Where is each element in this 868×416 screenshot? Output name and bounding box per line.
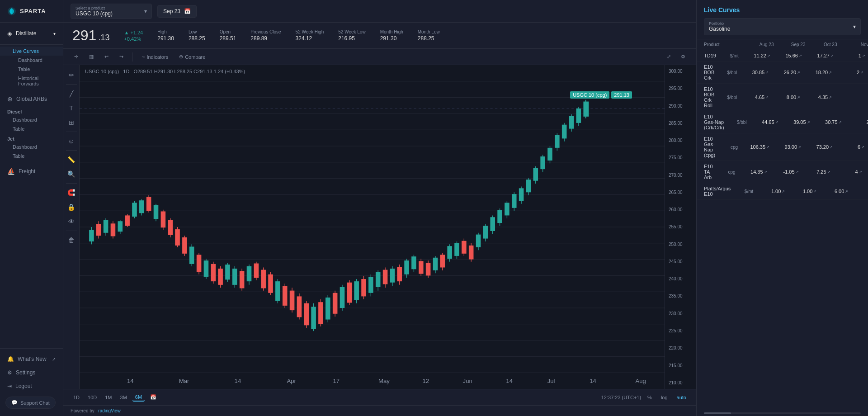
fullscreen-btn[interactable]: ⤢ [663, 52, 675, 61]
header-nov: Nov [837, 42, 868, 47]
ruler-tool-btn[interactable]: 📏 [65, 153, 78, 166]
sidebar-item-global-arbs[interactable]: ⊕ Global ARBs [0, 92, 63, 106]
svg-rect-46 [168, 220, 173, 235]
svg-rect-90 [326, 298, 330, 320]
timeframe-6m-btn[interactable]: 6M [132, 393, 145, 402]
eye-tool-btn[interactable]: 👁 [65, 215, 78, 228]
svg-rect-114 [411, 256, 416, 269]
svg-rect-80 [290, 291, 295, 310]
pen-tool-btn[interactable]: ✏ [65, 69, 78, 81]
svg-text:Aug: Aug [635, 378, 646, 384]
chart-info-overlay: USGC 10 (cpg) 1D O289.51 H291.30 L288.25… [85, 69, 248, 74]
redo-btn[interactable]: ↪ [116, 52, 127, 61]
auto-mode-btn[interactable]: auto [674, 394, 689, 401]
indicators-btn[interactable]: ~ Indicators [138, 53, 172, 61]
svg-rect-102 [368, 277, 373, 293]
percent-mode-btn[interactable]: % [645, 394, 655, 401]
sidebar-item-diesel-table[interactable]: Table [0, 124, 63, 133]
powered-by-text: Powered by [71, 408, 94, 413]
svg-rect-78 [283, 286, 288, 305]
support-chat-button[interactable]: 💬 Support Chat [5, 397, 56, 409]
whats-new-icon: 🔔 [7, 356, 14, 362]
emoji-tool-btn[interactable]: ☺ [65, 135, 78, 147]
sidebar-item-dashboard[interactable]: Dashboard [0, 56, 63, 65]
price-stat-month-low: Month Low 288.25 [418, 29, 440, 42]
horizontal-scrollbar[interactable] [704, 412, 861, 414]
portfolio-selector[interactable]: Portfolio Gasoline ▾ [704, 18, 861, 35]
svg-rect-108 [390, 269, 395, 283]
undo-btn[interactable]: ↩ [101, 52, 112, 61]
scrollbar-thumb[interactable] [704, 412, 731, 414]
sidebar-item-table[interactable]: Table [0, 65, 63, 74]
sidebar-item-whats-new[interactable]: 🔔 What's New ↗ [0, 352, 63, 366]
app-name: SPARTA [20, 8, 46, 14]
price-axis-290: 290.00 [669, 104, 693, 109]
trash-tool-btn[interactable]: 🗑 [65, 234, 78, 246]
sidebar: SPARTA ◈ Distillate ▾ Live Curves Dashbo… [0, 0, 63, 416]
sidebar-bottom: 🔔 What's New ↗ ⚙ Settings ⇥ Logout 💬 Sup… [0, 348, 63, 416]
svg-rect-140 [505, 203, 509, 215]
tradingview-link[interactable]: TradingView [96, 408, 121, 413]
jet-table-label: Table [13, 153, 24, 159]
sidebar-item-live-curves[interactable]: Live Curves [0, 47, 63, 56]
sidebar-item-settings[interactable]: ⚙ Settings [0, 366, 63, 379]
price-axis-265: 265.00 [669, 190, 693, 195]
logo: SPARTA [0, 0, 63, 23]
timeframe-calendar-btn[interactable]: 📅 [147, 393, 159, 401]
lock-icon: 🔒 [67, 203, 75, 211]
product-selector[interactable]: Select a product USGC 10 (cpg) ▾ [71, 4, 152, 19]
right-panel-header: Live Curves Portfolio Gasoline ▾ [697, 0, 868, 39]
sidebar-item-historical-forwards[interactable]: Historical Forwards [0, 74, 63, 88]
undo-icon: ↩ [104, 54, 108, 60]
svg-rect-98 [354, 281, 359, 300]
svg-rect-120 [433, 258, 438, 270]
svg-rect-30 [111, 223, 116, 236]
chart-left-toolbar: ✏ ╱ T ⊞ ☺ 📏 🔍 🧲 [63, 65, 80, 389]
price-axis-270: 270.00 [669, 173, 693, 178]
chart-container: ✏ ╱ T ⊞ ☺ 📏 🔍 🧲 [63, 65, 696, 389]
sidebar-item-jet-table[interactable]: Table [0, 151, 63, 161]
sidebar-item-logout[interactable]: ⇥ Logout [0, 379, 63, 393]
price-stat-high: High 291.30 [157, 29, 174, 42]
distillate-item[interactable]: ◈ Distillate ▾ [0, 26, 63, 41]
sidebar-item-jet-dashboard[interactable]: Dashboard [0, 142, 63, 151]
crosshair-tool-btn[interactable]: ✛ [71, 52, 82, 61]
fib-tool-btn[interactable]: ⊞ [65, 116, 78, 129]
price-axis-215: 215.00 [669, 363, 693, 368]
svg-rect-84 [304, 303, 309, 326]
logout-label: Logout [15, 383, 32, 389]
indicators-label: Indicators [146, 54, 168, 60]
line-tool-btn[interactable]: ╱ [65, 87, 78, 100]
candle-type-btn[interactable]: ▥ [85, 52, 97, 61]
timeframe-3m-btn[interactable]: 3M [118, 394, 130, 401]
sidebar-item-diesel-dashboard[interactable]: Dashboard [0, 115, 63, 124]
price-axis-240: 240.00 [669, 276, 693, 281]
svg-rect-28 [104, 220, 108, 233]
chart-settings-btn[interactable]: ⚙ [677, 52, 689, 61]
chart-timeframe: 1D [123, 69, 129, 74]
chart-settings-icon: ⚙ [681, 54, 685, 60]
log-mode-btn[interactable]: log [658, 394, 670, 401]
nov-td19: 1↗ [834, 53, 865, 58]
price-stat-open: Open 289.51 [220, 29, 236, 42]
product-e10bobcrk: E10 BOB Crk [704, 64, 714, 80]
svg-rect-56 [204, 260, 209, 277]
zoom-tool-btn[interactable]: 🔍 [65, 168, 78, 180]
svg-rect-136 [490, 217, 495, 231]
svg-rect-160 [576, 109, 581, 123]
magnet-tool-btn[interactable]: 🧲 [65, 186, 78, 199]
compare-btn[interactable]: ⊕ Compare [175, 52, 209, 61]
lock-tool-btn[interactable]: 🔒 [65, 201, 78, 213]
svg-rect-26 [96, 224, 101, 236]
svg-text:May: May [378, 378, 390, 384]
timeframe-1d-btn[interactable]: 1D [71, 394, 82, 401]
svg-text:Apr: Apr [287, 378, 296, 384]
date-selector[interactable]: Sep 23 📅 [157, 5, 197, 18]
timeframe-10d-btn[interactable]: 10D [85, 394, 99, 401]
text-tool-btn[interactable]: T [65, 102, 78, 114]
sidebar-item-freight[interactable]: ⛵ Freight [0, 164, 63, 179]
svg-rect-32 [118, 221, 123, 232]
product-platts-e10: Platts/Argus E10 [704, 186, 731, 197]
timeframe-1m-btn[interactable]: 1M [102, 394, 114, 401]
ruler-icon: 📏 [67, 156, 75, 163]
